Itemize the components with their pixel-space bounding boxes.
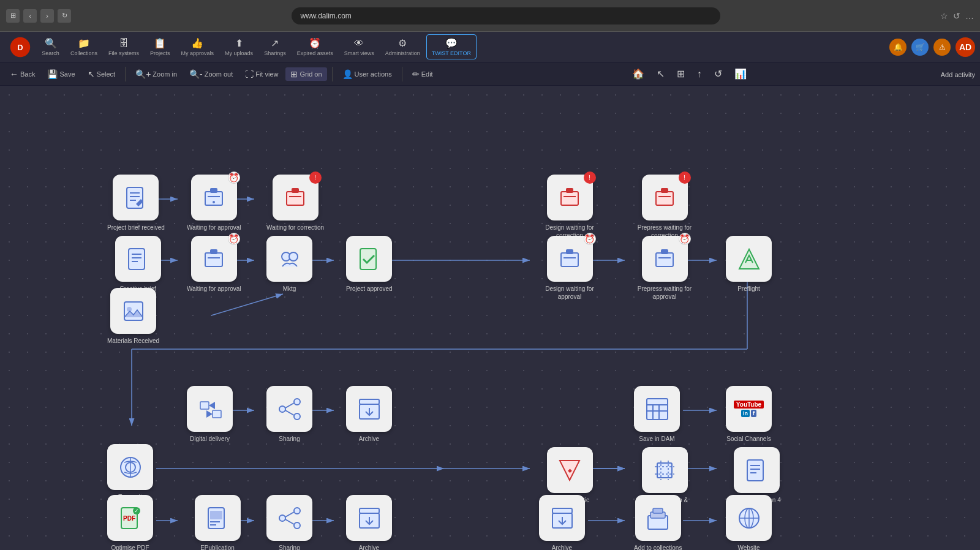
svg-rect-110 (552, 508, 572, 513)
node-design-waiting-approval[interactable]: ⏰ Design waiting for approval (539, 236, 600, 301)
node-icon-sharing-2 (266, 495, 312, 541)
select-icon: ↖ (88, 69, 95, 79)
label-prepress-approval: Prepress waiting for approval (634, 285, 695, 301)
node-sharing-2[interactable]: Sharing (266, 495, 312, 550)
svg-rect-46 (661, 188, 668, 193)
nav-forward-arrow[interactable]: › (40, 9, 54, 23)
toolbar-smart-views[interactable]: 👁 Smart views (339, 36, 379, 59)
add-activity-btn[interactable]: Add activity (941, 71, 975, 78)
svg-rect-30 (127, 187, 143, 208)
projects-icon: 📋 (154, 37, 166, 49)
svg-rect-43 (566, 188, 573, 193)
search-icon: 🔍 (45, 37, 57, 49)
node-add-collections[interactable]: Add to collections (634, 495, 682, 550)
toolbar-file-systems[interactable]: 🗄 File systems (104, 36, 144, 59)
save-btn[interactable]: 💾 Save (42, 67, 80, 81)
label-sharing-1: Sharing (279, 435, 300, 443)
analytics-btn[interactable]: 📊 (731, 66, 750, 81)
node-digital-delivery[interactable]: Digital delivery (187, 386, 233, 443)
node-project-brief-received[interactable]: Project brief received (107, 175, 165, 232)
workflow-canvas[interactable]: Project brief received ⏰ Waiting for app… (0, 86, 980, 550)
svg-rect-76 (647, 399, 668, 420)
fit-view-btn[interactable]: ⛶ Fit view (240, 67, 283, 81)
home-btn[interactable]: 🏠 (628, 66, 648, 81)
label-website: Website (738, 544, 760, 550)
node-save-in-dam[interactable]: Save in DAM (634, 386, 680, 443)
refresh-icon[interactable]: ↺ (953, 11, 960, 21)
node-website[interactable]: Website (726, 495, 772, 550)
node-mktg[interactable]: Mktg (266, 236, 312, 293)
zoom-in-btn[interactable]: 🔍+ Zoom in (130, 67, 182, 81)
nav-back-arrow[interactable]: ‹ (23, 9, 37, 23)
label-digital-delivery: Digital delivery (190, 435, 230, 443)
notifications-btn[interactable]: 🔔 (889, 39, 907, 56)
select-btn[interactable]: ↖ Select (83, 67, 121, 81)
svg-rect-67 (200, 402, 209, 409)
node-archive-1[interactable]: Archive (346, 386, 392, 443)
toolbar-twist-editor[interactable]: 💬 TWIST EDITOR (426, 34, 477, 59)
toolbar-expired-assets[interactable]: ⏰ Expired assets (292, 35, 338, 59)
edit-btn[interactable]: ✏ Edit (407, 67, 438, 81)
node-prepress-waiting-correction[interactable]: ! Prepress waiting for correction (634, 175, 695, 239)
user-avatar[interactable]: AD (956, 37, 975, 57)
node-archive-3[interactable]: Archive (539, 495, 585, 550)
zoom-out-icon: 🔍- (189, 69, 203, 79)
more-icon[interactable]: … (965, 11, 974, 21)
svg-line-106 (285, 512, 294, 517)
node-transmit[interactable]: Transmit (107, 444, 153, 501)
svg-rect-38 (287, 192, 304, 205)
node-preflight[interactable]: Preflight (726, 236, 772, 293)
node-design-waiting-correction[interactable]: ! Design waiting for correction (539, 175, 600, 239)
center-toolbar: 🏠 ↖ ⊞ ↑ ↺ 📊 (440, 66, 938, 81)
node-epublication[interactable]: EPublication Generation (187, 495, 248, 550)
node-sharing-1[interactable]: Sharing (266, 386, 312, 443)
node-waiting-approval-1[interactable]: ⏰ Waiting for approval (187, 175, 241, 232)
bookmark-icon[interactable]: ☆ (940, 11, 948, 21)
node-optimise-pdf[interactable]: PDF✓ Optimise PDF (107, 495, 153, 550)
fit-view-icon: ⛶ (245, 69, 254, 79)
node-icon-waiting-approval-1: ⏰ (191, 175, 237, 220)
toolbar-administration[interactable]: ⚙ Administration (380, 35, 425, 59)
cursor-btn[interactable]: ↖ (653, 66, 668, 81)
toolbar-projects[interactable]: 📋 Projects (145, 35, 175, 59)
node-icon-add-metadata: ⬥ (547, 447, 593, 493)
divider-1 (125, 67, 126, 81)
node-icon-archive-2 (346, 495, 392, 541)
cart-btn[interactable]: 🛒 (911, 39, 929, 56)
node-materials-received[interactable]: Materials Received (107, 288, 159, 345)
node-project-approved[interactable]: Project approved (346, 236, 393, 293)
node-icon-auto-crop (642, 447, 688, 493)
edit-icon: ✏ (412, 69, 420, 79)
svg-point-103 (294, 508, 300, 514)
toolbar-search[interactable]: 🔍 Search (37, 35, 64, 59)
user-actions-btn[interactable]: 👤 User actions (337, 67, 397, 81)
node-icon-digital-delivery (187, 386, 233, 432)
toolbar-my-uploads[interactable]: ⬆ My uploads (220, 35, 258, 59)
node-archive-2[interactable]: Archive (346, 495, 392, 550)
back-btn[interactable]: ← Back (5, 67, 40, 81)
node-waiting-approval-2[interactable]: ⏰ Waiting for approval (187, 236, 241, 293)
grid-view-btn[interactable]: ⊞ (673, 66, 688, 81)
refresh-btn[interactable]: ↺ (710, 66, 726, 81)
nav-reload[interactable]: ↻ (58, 9, 71, 23)
node-waiting-correction-1[interactable]: ! Waiting for correction (266, 175, 324, 232)
zoom-out-btn[interactable]: 🔍- Zoom out (184, 67, 238, 81)
divider-2 (332, 67, 333, 81)
my-uploads-icon: ⬆ (235, 37, 243, 49)
node-social-channels[interactable]: YouTube in f Social Channels (726, 386, 772, 443)
nav-back[interactable]: ⊞ (6, 9, 20, 23)
alerts-btn[interactable]: ⚠ (933, 39, 951, 56)
label-mktg: Mktg (283, 285, 296, 293)
node-prepress-waiting-approval[interactable]: ⏰ Prepress waiting for approval (634, 236, 695, 301)
address-bar[interactable]: www.dalim.com (292, 7, 720, 24)
label-waiting-approval-1: Waiting for approval (187, 224, 241, 232)
node-icon-optimise-pdf: PDF✓ (107, 495, 153, 541)
svg-text:✓: ✓ (134, 508, 139, 514)
svg-rect-114 (653, 508, 663, 513)
toolbar-collections[interactable]: 📁 Collections (66, 35, 102, 59)
up-btn[interactable]: ↑ (693, 66, 706, 81)
svg-point-66 (127, 307, 132, 312)
toolbar-sharings[interactable]: ↗ Sharings (259, 35, 291, 59)
grid-btn[interactable]: ⊞ Grid on (285, 67, 326, 81)
toolbar-my-approvals[interactable]: 👍 My approvals (176, 35, 219, 59)
